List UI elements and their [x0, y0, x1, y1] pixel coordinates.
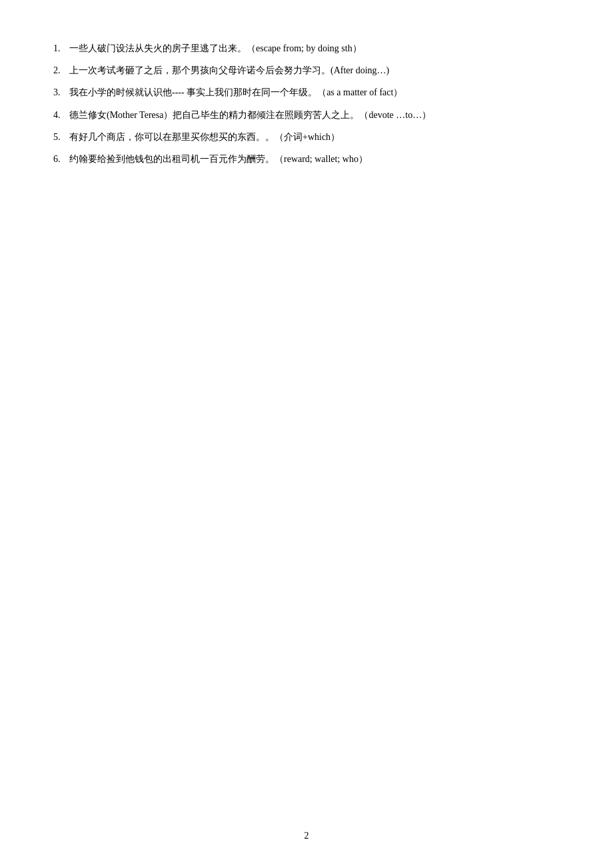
list-number: 3. — [53, 84, 69, 101]
page-number: 2 — [305, 831, 309, 841]
list-number: 1. — [53, 40, 69, 57]
list-text: 我在小学的时候就认识他---- 事实上我们那时在同一个年级。（as a matt… — [69, 84, 560, 101]
list-number: 2. — [53, 62, 69, 79]
list-text: 有好几个商店，你可以在那里买你想买的东西。。（介词+which） — [69, 129, 560, 145]
list-item: 1.一些人破门设法从失火的房子里逃了出来。（escape from; by do… — [53, 40, 560, 57]
list-item: 3.我在小学的时候就认识他---- 事实上我们那时在同一个年级。（as a ma… — [53, 84, 560, 101]
list-item: 5.有好几个商店，你可以在那里买你想买的东西。。（介词+which） — [53, 129, 560, 145]
list-text: 一些人破门设法从失火的房子里逃了出来。（escape from; by doin… — [69, 40, 560, 57]
list-item: 2.上一次考试考砸了之后，那个男孩向父母许诺今后会努力学习。(After doi… — [53, 62, 560, 79]
list-text: 上一次考试考砸了之后，那个男孩向父母许诺今后会努力学习。(After doing… — [69, 62, 560, 79]
list-item: 4.德兰修女(Mother Teresa）把自己毕生的精力都倾注在照顾穷苦人之上… — [53, 107, 560, 123]
list-number: 5. — [53, 129, 69, 145]
page-container: 1.一些人破门设法从失火的房子里逃了出来。（escape from; by do… — [0, 0, 613, 868]
list-text: 德兰修女(Mother Teresa）把自己毕生的精力都倾注在照顾穷苦人之上。（… — [69, 107, 560, 123]
list-number: 4. — [53, 107, 69, 123]
list-number: 6. — [53, 151, 69, 167]
list-text: 约翰要给捡到他钱包的出租司机一百元作为酬劳。（reward; wallet; w… — [69, 151, 560, 167]
list-item: 6.约翰要给捡到他钱包的出租司机一百元作为酬劳。（reward; wallet;… — [53, 151, 560, 167]
exercise-list: 1.一些人破门设法从失火的房子里逃了出来。（escape from; by do… — [53, 40, 560, 167]
